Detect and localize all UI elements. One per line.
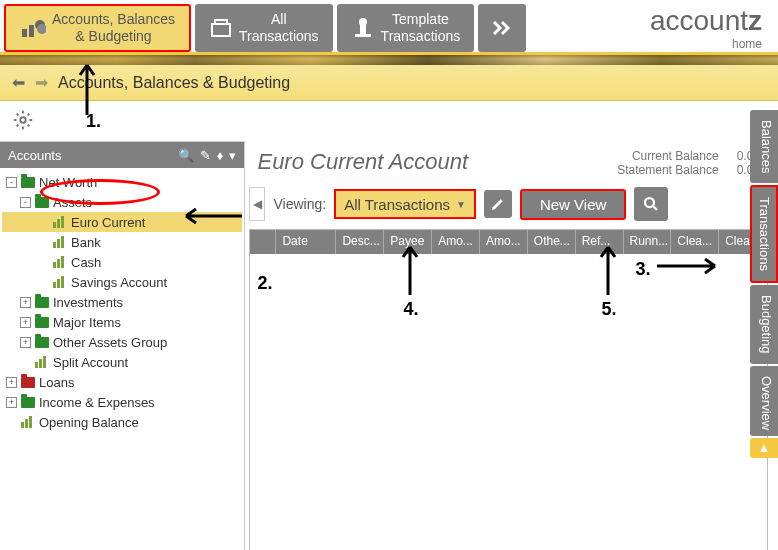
folder-icon: [35, 197, 49, 208]
grid-header: DateDesc...PayeeAmo...Amo...Othe...Ref..…: [250, 230, 767, 254]
balance-summary: Current Balance0.00 Statement Balance0.0…: [617, 149, 760, 177]
sidebar-header: Accounts 🔍 ✎ ♦ ▾: [0, 142, 244, 168]
rtab-overview[interactable]: Overview: [750, 366, 778, 436]
svg-rect-1: [29, 25, 34, 37]
tree-item-label: Cash: [71, 255, 101, 270]
transactions-grid[interactable]: DateDesc...PayeeAmo...Amo...Othe...Ref..…: [249, 229, 768, 550]
nav-back-button[interactable]: ⬅: [12, 73, 25, 92]
column-header[interactable]: Ref...: [576, 230, 624, 254]
expand-toggle: [38, 217, 49, 228]
tree-item-label: Euro Current: [71, 215, 145, 230]
tree-item-label: Investments: [53, 295, 123, 310]
folder-icon: [21, 377, 35, 388]
column-header[interactable]: Runn...: [624, 230, 672, 254]
sidebar-sort-icon[interactable]: ♦: [217, 148, 224, 163]
expand-toggle[interactable]: +: [20, 317, 31, 328]
tree-item-label: Opening Balance: [39, 415, 139, 430]
tab-all-transactions[interactable]: AllTransactions: [195, 4, 333, 52]
expand-toggle[interactable]: -: [20, 197, 31, 208]
tree-item-label: Income & Expenses: [39, 395, 155, 410]
svg-rect-5: [215, 20, 227, 24]
svg-point-8: [359, 18, 367, 26]
rtab-transactions[interactable]: Transactions: [750, 185, 778, 283]
grid-body: [250, 254, 767, 550]
svg-rect-4: [212, 24, 230, 36]
sidebar-search-icon[interactable]: 🔍: [178, 148, 194, 163]
expand-toggle: [38, 257, 49, 268]
annotation-1: 1.: [86, 111, 101, 132]
prev-view-button[interactable]: ◀: [249, 187, 265, 221]
expand-toggle: [38, 277, 49, 288]
expand-toggle[interactable]: -: [6, 177, 17, 188]
svg-point-10: [645, 198, 654, 207]
tree-item[interactable]: -Net Worth: [2, 172, 242, 192]
sidebar-edit-icon[interactable]: ✎: [200, 148, 211, 163]
rtab-return[interactable]: ▲: [750, 438, 778, 458]
breadcrumb-text: Accounts, Balances & Budgeting: [58, 74, 290, 92]
column-header[interactable]: Date: [276, 230, 336, 254]
account-icon: [53, 276, 67, 288]
tree-item[interactable]: Opening Balance: [2, 412, 242, 432]
expand-toggle[interactable]: +: [20, 337, 31, 348]
search-button[interactable]: [634, 187, 668, 221]
top-tabs: Accounts, Balances& Budgeting AllTransac…: [0, 0, 778, 55]
tree-item-label: Loans: [39, 375, 74, 390]
tree-item[interactable]: Cash: [2, 252, 242, 272]
folder-icon: [21, 177, 35, 188]
tree-item[interactable]: -Assets: [2, 192, 242, 212]
viewing-label: Viewing:: [273, 196, 326, 212]
tree-item[interactable]: +Investments: [2, 292, 242, 312]
expand-toggle: [6, 417, 17, 428]
column-header[interactable]: [250, 230, 276, 254]
svg-point-9: [20, 117, 26, 123]
tree-item-label: Savings Account: [71, 275, 167, 290]
tree-item[interactable]: +Major Items: [2, 312, 242, 332]
rtab-balances[interactable]: Balances: [750, 110, 778, 183]
expand-toggle: [20, 357, 31, 368]
expand-toggle[interactable]: +: [6, 397, 17, 408]
column-header[interactable]: Amo...: [480, 230, 528, 254]
view-toolbar: ◀ Viewing: All Transactions ▼ New View ▶: [249, 181, 774, 229]
new-view-button[interactable]: New View: [520, 189, 626, 220]
column-header[interactable]: Clea...: [671, 230, 719, 254]
tree-item[interactable]: +Other Assets Group: [2, 332, 242, 352]
more-tabs-button[interactable]: [478, 4, 526, 52]
tab-template-transactions[interactable]: TemplateTransactions: [337, 4, 475, 52]
right-tabs: Balances Transactions Budgeting Overview…: [750, 110, 778, 460]
tree-item-label: Other Assets Group: [53, 335, 167, 350]
rtab-budgeting[interactable]: Budgeting: [750, 285, 778, 364]
edit-view-button[interactable]: [484, 190, 512, 218]
column-header[interactable]: Payee: [384, 230, 432, 254]
tree-item[interactable]: Euro Current: [2, 212, 242, 232]
folder-icon: [21, 397, 35, 408]
account-icon: [53, 216, 67, 228]
tree-item[interactable]: +Loans: [2, 372, 242, 392]
tree-item-label: Bank: [71, 235, 101, 250]
brand: accountz home: [650, 5, 778, 51]
tree-item[interactable]: Bank: [2, 232, 242, 252]
account-icon: [53, 256, 67, 268]
tab-accounts-balances[interactable]: Accounts, Balances& Budgeting: [4, 4, 191, 52]
view-selector[interactable]: All Transactions ▼: [334, 189, 476, 219]
breadcrumb-bar: ⬅ ➡ Accounts, Balances & Budgeting: [0, 65, 778, 101]
expand-toggle[interactable]: +: [6, 377, 17, 388]
chart-bars-icon: [20, 15, 46, 41]
tree-item-label: Major Items: [53, 315, 121, 330]
column-header[interactable]: Desc...: [336, 230, 384, 254]
nav-forward-button[interactable]: ➡: [35, 73, 48, 92]
column-header[interactable]: Othe...: [528, 230, 576, 254]
gear-icon[interactable]: [12, 109, 34, 134]
tree-item[interactable]: +Income & Expenses: [2, 392, 242, 412]
tree-item[interactable]: Split Account: [2, 352, 242, 372]
svg-rect-0: [22, 29, 27, 37]
stamp-icon: [351, 16, 375, 40]
folder-icon: [35, 297, 49, 308]
sidebar-expand-icon[interactable]: ▾: [229, 148, 236, 163]
main-panel: Euro Current Account Current Balance0.00…: [245, 141, 778, 550]
expand-toggle: [38, 237, 49, 248]
account-icon: [53, 236, 67, 248]
tree-item[interactable]: Savings Account: [2, 272, 242, 292]
column-header[interactable]: Amo...: [432, 230, 480, 254]
account-title: Euro Current Account: [257, 149, 468, 175]
expand-toggle[interactable]: +: [20, 297, 31, 308]
